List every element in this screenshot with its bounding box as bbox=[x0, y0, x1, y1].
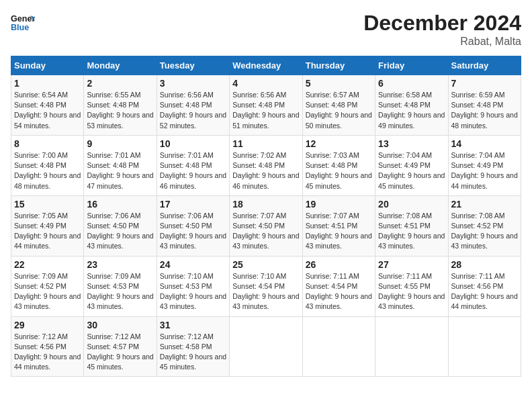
calendar-cell: 4 Sunrise: 6:56 AMSunset: 4:48 PMDayligh… bbox=[230, 75, 302, 136]
calendar-cell: 17 Sunrise: 7:06 AMSunset: 4:50 PMDaylig… bbox=[157, 195, 229, 256]
day-number: 1 bbox=[14, 78, 81, 89]
day-detail: Sunrise: 7:09 AMSunset: 4:53 PMDaylight:… bbox=[87, 272, 153, 311]
day-number: 24 bbox=[160, 259, 226, 270]
calendar-cell: 24 Sunrise: 7:10 AMSunset: 4:53 PMDaylig… bbox=[157, 256, 229, 316]
day-number: 16 bbox=[87, 199, 153, 210]
day-number: 15 bbox=[14, 199, 81, 210]
calendar-cell: 1 Sunrise: 6:54 AMSunset: 4:48 PMDayligh… bbox=[11, 75, 84, 136]
day-number: 19 bbox=[306, 199, 372, 210]
calendar-week-3: 15 Sunrise: 7:05 AMSunset: 4:49 PMDaylig… bbox=[11, 195, 521, 256]
day-number: 27 bbox=[378, 259, 445, 270]
calendar-week-4: 22 Sunrise: 7:09 AMSunset: 4:52 PMDaylig… bbox=[11, 256, 521, 316]
day-detail: Sunrise: 6:57 AMSunset: 4:48 PMDaylight:… bbox=[306, 91, 372, 130]
calendar-cell: 13 Sunrise: 7:04 AMSunset: 4:49 PMDaylig… bbox=[375, 135, 448, 195]
day-detail: Sunrise: 7:06 AMSunset: 4:50 PMDaylight:… bbox=[160, 212, 226, 250]
day-number: 17 bbox=[160, 199, 226, 210]
day-number: 31 bbox=[160, 320, 226, 330]
day-detail: Sunrise: 7:11 AMSunset: 4:56 PMDaylight:… bbox=[451, 272, 518, 311]
day-detail: Sunrise: 7:09 AMSunset: 4:52 PMDaylight:… bbox=[14, 272, 81, 311]
day-number: 13 bbox=[378, 138, 445, 149]
calendar-week-1: 1 Sunrise: 6:54 AMSunset: 4:48 PMDayligh… bbox=[11, 75, 521, 136]
calendar-cell: 28 Sunrise: 7:11 AMSunset: 4:56 PMDaylig… bbox=[448, 256, 521, 316]
col-wednesday: Wednesday bbox=[230, 56, 302, 75]
calendar-cell bbox=[375, 316, 448, 377]
day-number: 18 bbox=[232, 199, 299, 210]
day-detail: Sunrise: 7:10 AMSunset: 4:53 PMDaylight:… bbox=[160, 272, 226, 311]
day-number: 20 bbox=[378, 199, 445, 210]
title-area: December 2024 Rabat, Malta bbox=[363, 11, 521, 48]
calendar-cell: 18 Sunrise: 7:07 AMSunset: 4:50 PMDaylig… bbox=[230, 195, 302, 256]
day-detail: Sunrise: 7:11 AMSunset: 4:54 PMDaylight:… bbox=[306, 272, 372, 311]
calendar-body: 1 Sunrise: 6:54 AMSunset: 4:48 PMDayligh… bbox=[11, 75, 521, 377]
calendar-cell: 19 Sunrise: 7:07 AMSunset: 4:51 PMDaylig… bbox=[302, 195, 375, 256]
col-sunday: Sunday bbox=[11, 56, 84, 75]
calendar-cell: 8 Sunrise: 7:00 AMSunset: 4:48 PMDayligh… bbox=[11, 135, 84, 195]
day-detail: Sunrise: 7:01 AMSunset: 4:48 PMDaylight:… bbox=[87, 151, 153, 190]
calendar-cell: 12 Sunrise: 7:03 AMSunset: 4:48 PMDaylig… bbox=[302, 135, 375, 195]
day-detail: Sunrise: 7:10 AMSunset: 4:54 PMDaylight:… bbox=[232, 272, 299, 311]
day-detail: Sunrise: 6:58 AMSunset: 4:48 PMDaylight:… bbox=[378, 91, 445, 130]
calendar-cell: 6 Sunrise: 6:58 AMSunset: 4:48 PMDayligh… bbox=[375, 75, 448, 136]
day-detail: Sunrise: 7:00 AMSunset: 4:48 PMDaylight:… bbox=[14, 151, 81, 190]
calendar-week-2: 8 Sunrise: 7:00 AMSunset: 4:48 PMDayligh… bbox=[11, 135, 521, 195]
calendar-cell: 21 Sunrise: 7:08 AMSunset: 4:52 PMDaylig… bbox=[448, 195, 521, 256]
day-number: 30 bbox=[87, 320, 153, 330]
day-detail: Sunrise: 6:56 AMSunset: 4:48 PMDaylight:… bbox=[160, 91, 226, 130]
day-detail: Sunrise: 7:01 AMSunset: 4:48 PMDaylight:… bbox=[160, 151, 226, 190]
col-monday: Monday bbox=[84, 56, 157, 75]
day-detail: Sunrise: 6:56 AMSunset: 4:48 PMDaylight:… bbox=[232, 91, 299, 130]
day-number: 29 bbox=[14, 320, 81, 330]
day-number: 8 bbox=[14, 138, 81, 149]
day-detail: Sunrise: 7:06 AMSunset: 4:50 PMDaylight:… bbox=[87, 212, 153, 250]
calendar-cell: 25 Sunrise: 7:10 AMSunset: 4:54 PMDaylig… bbox=[230, 256, 302, 316]
day-detail: Sunrise: 6:59 AMSunset: 4:48 PMDaylight:… bbox=[451, 91, 518, 130]
day-number: 11 bbox=[232, 138, 299, 149]
calendar-cell: 29 Sunrise: 7:12 AMSunset: 4:56 PMDaylig… bbox=[11, 316, 84, 377]
day-number: 7 bbox=[451, 78, 518, 89]
logo-icon: General Blue bbox=[11, 11, 35, 35]
day-number: 23 bbox=[87, 259, 153, 270]
calendar-week-5: 29 Sunrise: 7:12 AMSunset: 4:56 PMDaylig… bbox=[11, 316, 521, 377]
day-detail: Sunrise: 7:04 AMSunset: 4:49 PMDaylight:… bbox=[378, 151, 445, 190]
calendar-cell: 5 Sunrise: 6:57 AMSunset: 4:48 PMDayligh… bbox=[302, 75, 375, 136]
calendar-cell: 3 Sunrise: 6:56 AMSunset: 4:48 PMDayligh… bbox=[157, 75, 229, 136]
svg-text:Blue: Blue bbox=[11, 23, 29, 32]
calendar-cell: 20 Sunrise: 7:08 AMSunset: 4:51 PMDaylig… bbox=[375, 195, 448, 256]
day-detail: Sunrise: 7:12 AMSunset: 4:57 PMDaylight:… bbox=[87, 332, 153, 371]
day-number: 28 bbox=[451, 259, 518, 270]
day-number: 22 bbox=[14, 259, 81, 270]
day-detail: Sunrise: 7:11 AMSunset: 4:55 PMDaylight:… bbox=[378, 272, 445, 311]
calendar-cell bbox=[230, 316, 302, 377]
day-detail: Sunrise: 7:07 AMSunset: 4:50 PMDaylight:… bbox=[232, 212, 299, 250]
day-number: 10 bbox=[160, 138, 226, 149]
col-saturday: Saturday bbox=[448, 56, 521, 75]
calendar-cell: 9 Sunrise: 7:01 AMSunset: 4:48 PMDayligh… bbox=[84, 135, 157, 195]
calendar-cell bbox=[302, 316, 375, 377]
day-number: 6 bbox=[378, 78, 445, 89]
day-detail: Sunrise: 6:54 AMSunset: 4:48 PMDaylight:… bbox=[14, 91, 81, 130]
calendar-cell: 31 Sunrise: 7:12 AMSunset: 4:58 PMDaylig… bbox=[157, 316, 229, 377]
day-number: 26 bbox=[306, 259, 372, 270]
day-detail: Sunrise: 7:08 AMSunset: 4:51 PMDaylight:… bbox=[378, 212, 445, 250]
location: Rabat, Malta bbox=[363, 36, 521, 48]
day-number: 21 bbox=[451, 199, 518, 210]
calendar-cell: 26 Sunrise: 7:11 AMSunset: 4:54 PMDaylig… bbox=[302, 256, 375, 316]
logo: General Blue bbox=[11, 11, 35, 35]
calendar-cell: 11 Sunrise: 7:02 AMSunset: 4:48 PMDaylig… bbox=[230, 135, 302, 195]
day-number: 3 bbox=[160, 78, 226, 89]
calendar-cell: 16 Sunrise: 7:06 AMSunset: 4:50 PMDaylig… bbox=[84, 195, 157, 256]
day-number: 12 bbox=[306, 138, 372, 149]
col-tuesday: Tuesday bbox=[157, 56, 229, 75]
col-thursday: Thursday bbox=[302, 56, 375, 75]
day-detail: Sunrise: 7:12 AMSunset: 4:58 PMDaylight:… bbox=[160, 332, 226, 371]
day-detail: Sunrise: 7:04 AMSunset: 4:49 PMDaylight:… bbox=[451, 151, 518, 190]
day-detail: Sunrise: 7:12 AMSunset: 4:56 PMDaylight:… bbox=[14, 332, 81, 371]
day-number: 5 bbox=[306, 78, 372, 89]
day-detail: Sunrise: 7:07 AMSunset: 4:51 PMDaylight:… bbox=[306, 212, 372, 250]
calendar-cell: 27 Sunrise: 7:11 AMSunset: 4:55 PMDaylig… bbox=[375, 256, 448, 316]
col-friday: Friday bbox=[375, 56, 448, 75]
day-number: 14 bbox=[451, 138, 518, 149]
calendar-cell: 22 Sunrise: 7:09 AMSunset: 4:52 PMDaylig… bbox=[11, 256, 84, 316]
page-header: General Blue December 2024 Rabat, Malta bbox=[11, 11, 521, 48]
day-detail: Sunrise: 6:55 AMSunset: 4:48 PMDaylight:… bbox=[87, 91, 153, 130]
